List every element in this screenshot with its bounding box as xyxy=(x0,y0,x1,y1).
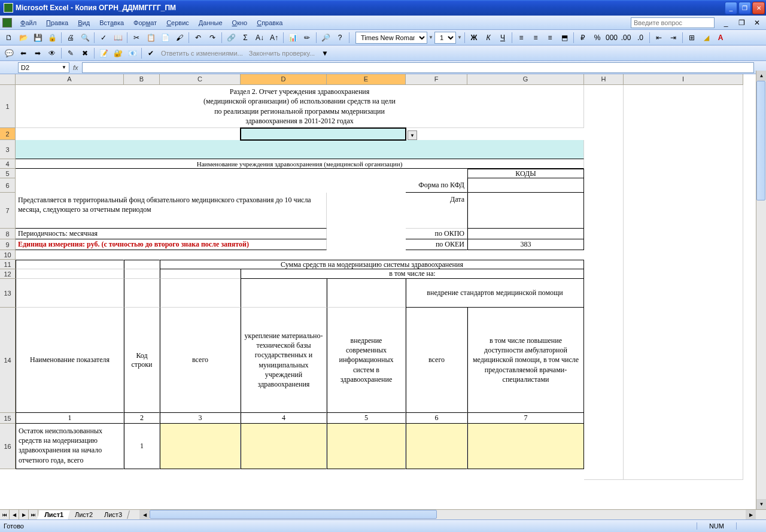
spelling-icon[interactable]: ✓ xyxy=(97,31,110,44)
cell-f6[interactable]: Форма по КФД xyxy=(406,178,467,193)
open-icon[interactable]: 📂 xyxy=(17,31,30,44)
italic-icon[interactable]: К xyxy=(482,31,495,44)
font-size-combo[interactable]: 11 xyxy=(434,32,456,44)
cell-hdr-c[interactable]: всего xyxy=(160,308,241,413)
zoom-icon[interactable]: 🔎 xyxy=(319,31,332,44)
cell-codes[interactable]: КОДЫ xyxy=(467,169,584,178)
cell-a12[interactable] xyxy=(16,269,124,279)
align-right-icon[interactable]: ≡ xyxy=(543,31,557,44)
decrease-decimal-icon[interactable]: .0 xyxy=(634,31,647,44)
row-header-13[interactable]: 13 xyxy=(0,279,16,308)
format-painter-icon[interactable]: 🖌 xyxy=(173,31,186,44)
row-header-2[interactable]: 2 xyxy=(0,128,16,140)
comment-prev-icon[interactable]: ⬅ xyxy=(17,47,30,60)
cell-b13[interactable] xyxy=(124,279,160,308)
cell-d16[interactable] xyxy=(241,424,327,469)
tab-prev-icon[interactable]: ◀ xyxy=(10,510,19,519)
sheet-tab-1[interactable]: Лист1 xyxy=(37,510,71,519)
align-left-icon[interactable]: ≡ xyxy=(515,31,528,44)
row-header-3[interactable]: 3 xyxy=(0,140,16,159)
scroll-right-icon[interactable]: ▶ xyxy=(746,510,756,520)
col-header-a[interactable]: A xyxy=(16,74,124,85)
cell-a13[interactable] xyxy=(16,279,124,308)
doc-minimize-button[interactable]: _ xyxy=(719,16,732,29)
cell-a11[interactable] xyxy=(16,260,124,269)
protect-icon[interactable]: 🔐 xyxy=(111,47,124,60)
percent-icon[interactable]: % xyxy=(591,31,604,44)
select-all-corner[interactable] xyxy=(0,74,16,85)
name-box[interactable]: D2▼ xyxy=(18,62,69,73)
hyperlink-icon[interactable]: 🔗 xyxy=(224,31,238,44)
row-header-8[interactable]: 8 xyxy=(0,229,16,239)
print-preview-icon[interactable]: 🔍 xyxy=(78,31,92,44)
research-icon[interactable]: 📖 xyxy=(111,31,124,44)
cell-d13[interactable] xyxy=(241,279,327,308)
menu-help[interactable]: Справка xyxy=(252,18,287,28)
track-changes-icon[interactable]: 📝 xyxy=(97,47,110,60)
col-header-d[interactable]: D xyxy=(241,74,327,85)
row-header-16[interactable]: 16 xyxy=(0,424,16,469)
formula-input[interactable] xyxy=(82,62,754,73)
menu-file[interactable]: Файл xyxy=(16,18,41,28)
cell-g8[interactable] xyxy=(467,229,584,239)
row-header-15[interactable]: 15 xyxy=(0,413,16,424)
cell-i[interactable] xyxy=(624,85,743,480)
accept-icon[interactable]: ✔ xyxy=(144,47,157,60)
fill-color-icon[interactable]: ◢ xyxy=(700,31,713,44)
cell-hdr-std[interactable]: внедрение стандартов медицинской помощи xyxy=(406,279,584,308)
horizontal-scrollbar[interactable]: ◀ ▶ xyxy=(139,510,756,520)
cell-c13[interactable] xyxy=(160,279,241,308)
close-button[interactable]: ✕ xyxy=(752,2,765,14)
paste-icon[interactable]: 📄 xyxy=(159,31,172,44)
cell-hdr-f[interactable]: всего xyxy=(406,308,467,413)
align-center-icon[interactable]: ≡ xyxy=(529,31,542,44)
menu-insert[interactable]: Вставка xyxy=(95,18,129,28)
app-menu-icon[interactable] xyxy=(2,18,12,28)
end-review-button[interactable]: Закончить проверку... xyxy=(247,50,317,57)
menu-format[interactable]: Формат xyxy=(129,18,162,28)
cell-b16[interactable]: 1 xyxy=(124,424,160,469)
maximize-button[interactable]: ❐ xyxy=(738,2,751,14)
sheet-tab-3[interactable]: Лист3 xyxy=(97,510,130,519)
row-header-9[interactable]: 9 xyxy=(0,239,16,250)
row-header-5[interactable]: 5 xyxy=(0,169,16,178)
cell-num-7[interactable]: 7 xyxy=(467,413,584,424)
cell-a9[interactable]: Единица измерения: руб. (с точностью до … xyxy=(16,239,327,250)
cell-hdr-incl[interactable]: в том числе на: xyxy=(241,269,584,279)
underline-icon[interactable]: Ч xyxy=(496,31,509,44)
sort-asc-icon[interactable]: A↓ xyxy=(253,31,266,44)
currency-icon[interactable]: ₽ xyxy=(576,31,589,44)
save-icon[interactable]: 💾 xyxy=(31,31,44,44)
tab-next-icon[interactable]: ▶ xyxy=(19,510,29,519)
comment-show-icon[interactable]: 👁 xyxy=(45,47,59,60)
cell-hdr-b[interactable]: Код строки xyxy=(124,308,160,413)
comment-new-icon[interactable]: 💬 xyxy=(2,47,16,60)
spreadsheet-grid[interactable]: ABCDEFGHI 12345678910111213141516 Раздел… xyxy=(0,74,766,513)
cell-a3[interactable] xyxy=(16,140,584,159)
minimize-button[interactable]: _ xyxy=(725,2,737,14)
cell-row4[interactable]: Наименование учреждения здравоохранения … xyxy=(16,159,584,169)
tab-first-icon[interactable]: ⏮ xyxy=(0,510,10,519)
comment-next-icon[interactable]: ➡ xyxy=(31,47,44,60)
cell-g16[interactable] xyxy=(467,424,584,469)
col-header-h[interactable]: H xyxy=(584,74,624,85)
delete-comment-icon[interactable]: ✖ xyxy=(78,47,92,60)
row-header-7[interactable]: 7 xyxy=(0,193,16,229)
cell-f16[interactable] xyxy=(406,424,467,469)
scroll-left-icon[interactable]: ◀ xyxy=(139,510,150,520)
row-header-12[interactable]: 12 xyxy=(0,269,16,279)
cell-g9[interactable]: 383 xyxy=(467,239,584,250)
row-header-10[interactable]: 10 xyxy=(0,250,16,260)
autosum-icon[interactable]: Σ xyxy=(239,31,252,44)
cell-num-4[interactable]: 4 xyxy=(241,413,327,424)
sort-desc-icon[interactable]: A↑ xyxy=(268,31,281,44)
cell-f8[interactable]: по ОКПО xyxy=(406,229,467,239)
cell-b12[interactable] xyxy=(124,269,160,279)
vertical-scrollbar[interactable]: ▲ ▼ xyxy=(756,71,766,509)
doc-close-button[interactable]: ✕ xyxy=(750,16,764,29)
cell-g6[interactable] xyxy=(467,178,584,193)
doc-restore-button[interactable]: ❐ xyxy=(735,16,748,29)
cell-hdr-g[interactable]: в том числе повышение доступности амбула… xyxy=(467,308,584,413)
share-icon[interactable]: 📧 xyxy=(126,47,139,60)
col-header-f[interactable]: F xyxy=(406,74,467,85)
